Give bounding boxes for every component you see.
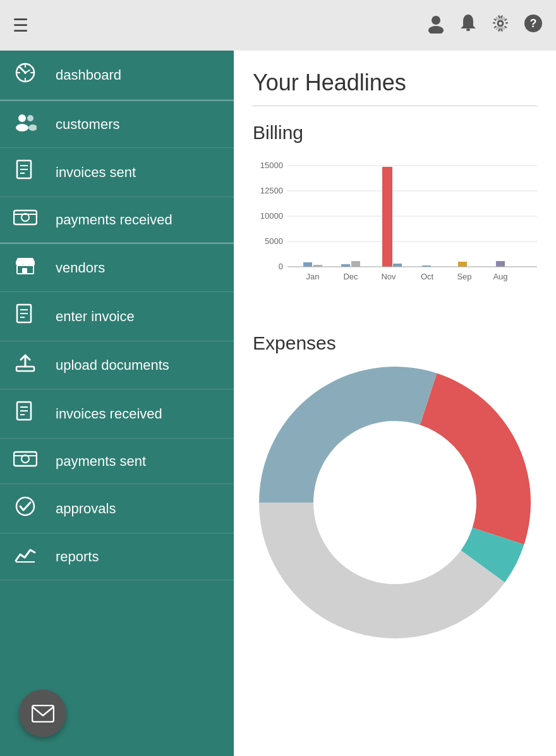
expenses-section: Expenses	[253, 332, 537, 638]
svg-text:Aug: Aug	[493, 272, 507, 281]
hamburger-icon[interactable]: ☰	[13, 15, 28, 36]
dashboard-icon	[13, 62, 38, 88]
reports-icon	[13, 545, 38, 568]
gear-icon[interactable]	[490, 13, 511, 38]
sidebar-label-payments-received: payments received	[56, 212, 172, 228]
sidebar-item-invoices-sent[interactable]: invoices sent	[0, 148, 234, 197]
svg-rect-37	[32, 705, 54, 722]
svg-rect-52	[351, 261, 360, 267]
sidebar-item-vendors[interactable]: vendors	[0, 244, 234, 292]
invoices-received-icon	[13, 401, 38, 427]
svg-rect-59	[458, 262, 467, 267]
expenses-donut-chart	[259, 367, 531, 638]
sidebar-label-dashboard: dashboard	[56, 67, 121, 83]
svg-rect-22	[22, 268, 27, 274]
sidebar-label-payments-sent: payments sent	[56, 453, 146, 470]
sidebar-item-payments-sent[interactable]: payments sent	[0, 439, 234, 484]
billing-chart: 15000 12500 10000 5000 0 Jan Dec	[253, 159, 543, 305]
content-divider	[253, 106, 537, 106]
svg-text:12500: 12500	[260, 186, 283, 195]
mail-fab-button[interactable]	[19, 690, 66, 737]
svg-point-5	[499, 21, 502, 25]
svg-text:15000: 15000	[260, 161, 283, 170]
main-layout: dashboard customers	[0, 51, 556, 756]
payments-sent-icon	[13, 450, 38, 472]
headlines-title: Your Headlines	[253, 70, 537, 96]
customers-icon	[13, 113, 38, 136]
help-icon[interactable]: ?	[523, 13, 543, 38]
svg-rect-27	[16, 367, 34, 371]
upload-documents-icon	[13, 353, 38, 377]
svg-point-11	[16, 124, 28, 131]
vendors-icon	[13, 255, 38, 280]
sidebar-label-invoices-sent: invoices sent	[56, 164, 136, 181]
svg-rect-55	[393, 264, 402, 267]
sidebar-item-reports[interactable]: reports	[0, 533, 234, 580]
bell-icon[interactable]	[459, 13, 478, 38]
svg-point-9	[24, 71, 27, 74]
sidebar-label-reports: reports	[56, 549, 99, 565]
sidebar-label-enter-invoice: enter invoice	[56, 308, 135, 325]
sidebar-label-invoices-received: invoices received	[56, 406, 162, 422]
billing-chart-container: 15000 12500 10000 5000 0 Jan Dec	[253, 153, 537, 314]
payments-received-icon	[13, 209, 38, 231]
expenses-chart-container	[253, 367, 537, 638]
svg-rect-61	[496, 261, 505, 267]
expenses-title: Expenses	[253, 332, 537, 354]
svg-text:?: ?	[530, 17, 537, 30]
sidebar-label-vendors: vendors	[56, 260, 105, 276]
sidebar-label-customers: customers	[56, 116, 119, 133]
sidebar-item-payments-received[interactable]: payments received	[0, 197, 234, 243]
svg-rect-32	[14, 452, 37, 466]
svg-point-1	[428, 26, 444, 34]
svg-text:Oct: Oct	[421, 272, 434, 281]
sidebar: dashboard customers	[0, 51, 234, 756]
svg-rect-18	[14, 210, 37, 224]
user-icon[interactable]	[426, 13, 446, 38]
svg-rect-48	[303, 262, 312, 267]
content-area: Your Headlines Billing 15000 12500 10000	[234, 51, 556, 756]
mail-icon	[32, 705, 54, 722]
sidebar-label-approvals: approvals	[56, 501, 116, 517]
svg-text:10000: 10000	[260, 211, 283, 221]
header-right: ?	[426, 13, 543, 38]
sidebar-item-dashboard[interactable]: dashboard	[0, 51, 234, 100]
svg-text:Dec: Dec	[343, 272, 358, 281]
sidebar-item-customers[interactable]: customers	[0, 101, 234, 148]
sidebar-label-upload-documents: upload documents	[56, 357, 169, 374]
header-left: ☰	[13, 15, 28, 36]
svg-rect-51	[341, 264, 350, 267]
svg-text:5000: 5000	[265, 236, 283, 246]
svg-text:Sep: Sep	[457, 272, 471, 281]
billing-section: Billing 15000 12500 10000 5000 0	[253, 122, 537, 314]
svg-text:Nov: Nov	[381, 272, 396, 281]
sidebar-item-approvals[interactable]: approvals	[0, 484, 234, 533]
enter-invoice-icon	[13, 303, 38, 329]
svg-point-2	[466, 28, 470, 31]
approvals-icon	[13, 496, 38, 521]
sidebar-item-upload-documents[interactable]: upload documents	[0, 341, 234, 389]
svg-text:Jan: Jan	[306, 272, 320, 281]
sidebar-item-invoices-received[interactable]: invoices received	[0, 389, 234, 439]
header: ☰ ?	[0, 0, 556, 51]
invoices-sent-icon	[13, 159, 38, 185]
sidebar-item-enter-invoice[interactable]: enter invoice	[0, 292, 234, 341]
svg-point-13	[28, 125, 37, 131]
svg-text:0: 0	[279, 262, 283, 271]
billing-title: Billing	[253, 122, 537, 143]
svg-rect-54	[382, 167, 392, 267]
svg-point-10	[18, 114, 26, 122]
svg-point-35	[16, 497, 34, 515]
svg-point-64	[320, 428, 470, 578]
svg-point-0	[432, 16, 440, 25]
svg-point-12	[27, 115, 33, 121]
